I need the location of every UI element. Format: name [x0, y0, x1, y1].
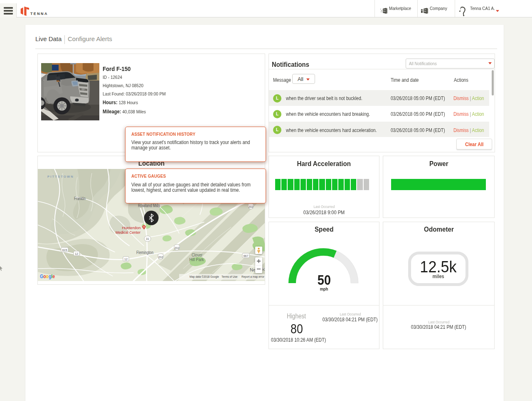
svg-text:31: 31 — [146, 237, 149, 240]
svg-text:Google: Google — [40, 273, 55, 279]
svg-text:Hunterdon: Hunterdon — [122, 225, 141, 230]
svg-text:ic: ic — [262, 267, 265, 271]
svg-text:Hill Park: Hill Park — [190, 257, 204, 262]
svg-text:Terms of Use: Terms of Use — [222, 275, 238, 278]
svg-text:202: 202 — [158, 256, 163, 259]
svg-text:Medical Center: Medical Center — [116, 230, 141, 235]
svg-text:202: 202 — [175, 247, 180, 249]
svg-text:Rowland Mills: Rowland Mills — [138, 203, 160, 208]
svg-text:667: 667 — [244, 254, 249, 257]
svg-text:PITTSTOWN: PITTSTOWN — [47, 175, 74, 178]
svg-text:Report a map error: Report a map error — [241, 275, 265, 279]
svg-text:Ne: Ne — [250, 267, 256, 272]
svg-text:12: 12 — [75, 252, 78, 255]
svg-text:202: 202 — [249, 205, 254, 208]
svg-text:Franklin: Franklin — [74, 196, 86, 201]
svg-text:Map data ©2018 Google: Map data ©2018 Google — [190, 275, 219, 279]
svg-text:Flemington: Flemington — [136, 250, 153, 255]
svg-text:12: 12 — [124, 258, 128, 261]
svg-text:Clover: Clover — [192, 253, 203, 257]
svg-text:615: 615 — [62, 249, 67, 252]
